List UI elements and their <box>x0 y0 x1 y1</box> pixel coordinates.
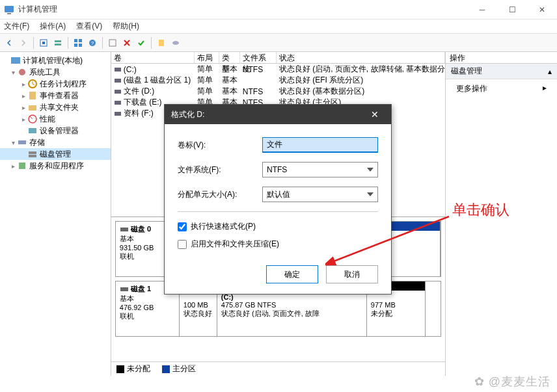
volume-row[interactable]: (C:)简单基本NTFS状态良好 (启动, 页面文件, 故障转储, 基本数据分 <box>111 64 445 75</box>
close-button[interactable]: ✕ <box>527 0 557 20</box>
svg-rect-13 <box>159 40 164 46</box>
tree-shared-folders[interactable]: ▸共享文件夹 <box>0 101 111 113</box>
svg-rect-15 <box>11 57 20 64</box>
tree-performance[interactable]: ▸性能 <box>0 113 111 125</box>
action-disk-button[interactable] <box>169 36 182 49</box>
svg-rect-32 <box>120 287 128 291</box>
minimize-button[interactable]: ─ <box>467 0 497 20</box>
col-volume[interactable]: 卷 <box>111 52 195 63</box>
titlebar: 计算机管理 ─ ☐ ✕ <box>0 0 557 20</box>
svg-rect-27 <box>115 79 121 83</box>
tree-event-viewer[interactable]: ▸事件查看器 <box>0 90 111 101</box>
svg-rect-5 <box>55 44 61 46</box>
col-type[interactable]: 类型 <box>219 52 240 63</box>
watermark: ✿ @麦麦生活 <box>474 374 550 389</box>
svg-rect-23 <box>29 151 36 154</box>
volume-label-input[interactable] <box>262 137 378 153</box>
svg-rect-26 <box>115 68 121 72</box>
col-status[interactable]: 状态 <box>277 52 445 63</box>
col-filesystem[interactable]: 文件系统 <box>240 52 277 63</box>
svg-rect-6 <box>74 39 77 42</box>
tree-root[interactable]: 计算机管理(本地) <box>0 55 111 66</box>
filesystem-select[interactable]: NTFS <box>262 162 378 177</box>
nav-tree: 计算机管理(本地) ▾系统工具 ▸任务计划程序 ▸事件查看器 ▸共享文件夹 ▸性… <box>0 52 111 376</box>
collapse-icon: ▴ <box>548 67 552 76</box>
svg-rect-29 <box>115 101 121 105</box>
label-filesystem: 文件系统(F): <box>178 164 262 176</box>
svg-rect-25 <box>19 163 25 169</box>
toolbar: ? <box>0 34 557 52</box>
tree-system-tools[interactable]: ▾系统工具 <box>0 66 111 78</box>
compress-checkbox[interactable] <box>178 240 187 249</box>
svg-point-14 <box>172 41 179 45</box>
volume-row[interactable]: (磁盘 1 磁盘分区 1)简单基本状态良好 (EFI 系统分区) <box>111 75 445 86</box>
dialog-title: 格式化 D: <box>171 109 204 120</box>
menu-file[interactable]: 文件(F) <box>4 21 29 32</box>
list-view-button[interactable] <box>106 36 119 49</box>
volume-list-header: 卷 布局 类型 文件系统 状态 <box>111 52 445 64</box>
svg-rect-22 <box>18 140 26 144</box>
actions-more[interactable]: 更多操作▸ <box>446 79 557 98</box>
svg-rect-0 <box>5 6 14 12</box>
annotation-arrow <box>325 211 455 270</box>
legend: 未分配 主分区 <box>111 361 445 376</box>
quick-format-checkbox[interactable] <box>178 222 187 231</box>
up-button[interactable] <box>37 36 50 49</box>
svg-rect-30 <box>115 112 121 116</box>
svg-rect-21 <box>29 128 36 133</box>
menubar: 文件(F) 操作(A) 查看(V) 帮助(H) <box>0 20 557 34</box>
svg-rect-9 <box>79 44 82 47</box>
actions-header: 操作 <box>446 52 557 64</box>
action-check-button[interactable] <box>135 36 148 49</box>
properties-button[interactable] <box>51 36 64 49</box>
chevron-right-icon: ▸ <box>543 83 547 94</box>
svg-rect-1 <box>7 13 11 14</box>
menu-help[interactable]: 帮助(H) <box>113 21 139 32</box>
svg-rect-8 <box>74 44 77 47</box>
dialog-close-button[interactable]: ✕ <box>365 109 385 120</box>
action-new-button[interactable] <box>155 36 168 49</box>
menu-view[interactable]: 查看(V) <box>76 21 102 32</box>
maximize-button[interactable]: ☐ <box>497 0 527 20</box>
svg-rect-19 <box>29 105 36 111</box>
tree-services-apps[interactable]: ▸服务和应用程序 <box>0 160 111 172</box>
actions-section-diskmgmt[interactable]: 磁盘管理▴ <box>446 64 557 79</box>
allocation-unit-select[interactable]: 默认值 <box>262 187 378 202</box>
svg-rect-12 <box>109 40 116 46</box>
menu-action[interactable]: 操作(A) <box>40 21 66 32</box>
svg-rect-3 <box>42 42 45 44</box>
tree-storage[interactable]: ▾存储 <box>0 137 111 148</box>
volume-row[interactable]: 文件 (D:)简单基本NTFS状态良好 (基本数据分区) <box>111 86 445 97</box>
svg-point-16 <box>19 69 25 75</box>
dialog-titlebar: 格式化 D: ✕ <box>165 105 391 124</box>
label-allocation-unit: 分配单元大小(A): <box>178 189 262 200</box>
forward-button[interactable] <box>17 36 30 49</box>
tree-device-manager[interactable]: 设备管理器 <box>0 125 111 137</box>
refresh-button[interactable] <box>72 36 85 49</box>
ok-button[interactable]: 确定 <box>266 265 318 283</box>
back-button[interactable] <box>3 36 16 49</box>
svg-rect-4 <box>55 40 61 42</box>
label-volume-name: 卷标(V): <box>178 140 262 151</box>
svg-rect-7 <box>79 39 82 42</box>
app-icon <box>4 5 14 15</box>
svg-line-33 <box>332 216 449 262</box>
svg-text:?: ? <box>91 40 94 46</box>
window-title: 计算机管理 <box>18 4 467 15</box>
annotation-text: 单击确认 <box>452 200 509 220</box>
svg-rect-31 <box>120 228 128 231</box>
svg-rect-28 <box>115 90 121 94</box>
tree-disk-management[interactable]: 磁盘管理 <box>0 148 111 160</box>
action-delete-button[interactable] <box>120 36 133 49</box>
svg-rect-24 <box>29 155 36 157</box>
help-button[interactable]: ? <box>86 36 99 49</box>
tree-task-scheduler[interactable]: ▸任务计划程序 <box>0 78 111 90</box>
col-layout[interactable]: 布局 <box>195 52 219 63</box>
svg-rect-18 <box>29 92 36 99</box>
